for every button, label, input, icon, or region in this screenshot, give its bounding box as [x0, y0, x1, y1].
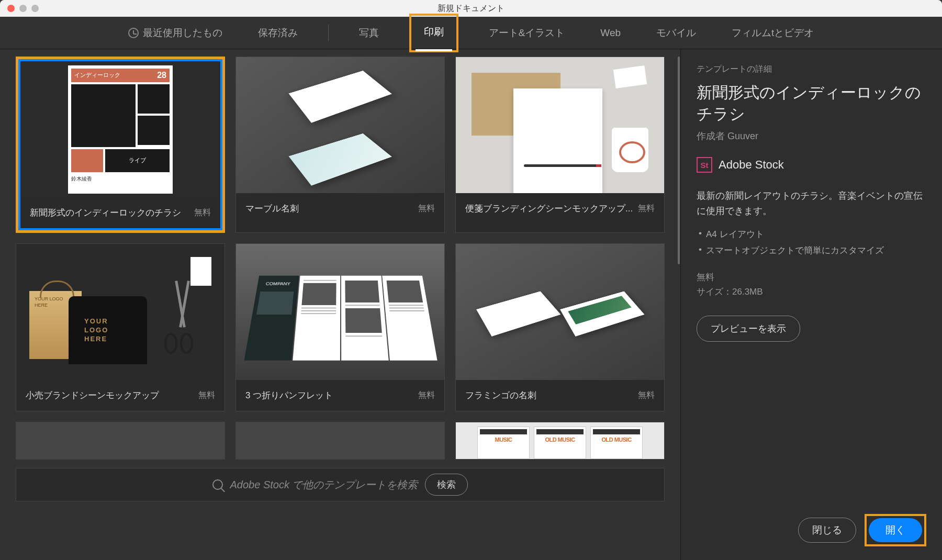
- tab-print[interactable]: 印刷: [409, 14, 458, 52]
- details-meta: 無料 サイズ：26.3MB: [697, 270, 926, 300]
- search-placeholder: Adobe Stock で他のテンプレートを検索: [230, 478, 418, 492]
- template-thumbnail: [456, 244, 664, 380]
- minimize-window-icon: [19, 5, 27, 12]
- template-thumbnail: YOUR LOGO HERE YOUR LOGO HERE: [16, 244, 225, 380]
- template-title: 新聞形式のインディーロックのチラシ: [30, 207, 181, 219]
- template-price: 無料: [198, 390, 215, 401]
- template-title: マーブル名刺: [245, 203, 299, 215]
- close-window-icon[interactable]: [7, 5, 15, 12]
- details-author: 作成者 Guuver: [697, 130, 926, 142]
- search-icon: [212, 479, 223, 490]
- template-card[interactable]: MUSIC OLD MUSIC OLD MUSIC: [455, 422, 665, 460]
- template-price: 無料: [194, 207, 211, 218]
- template-price: 無料: [638, 203, 655, 214]
- template-card[interactable]: フラミンゴの名刺 無料: [455, 243, 665, 411]
- open-button[interactable]: 開く: [869, 518, 922, 542]
- template-grid-row3: MUSIC OLD MUSIC OLD MUSIC: [16, 422, 665, 460]
- details-price: 無料: [697, 270, 926, 285]
- adobe-stock-label: Adobe Stock: [719, 158, 784, 172]
- details-title: 新聞形式のインディーロックのチラシ: [697, 82, 926, 125]
- poster-text: OLD MUSIC: [536, 436, 584, 443]
- template-thumbnail: [236, 422, 444, 459]
- preview-button[interactable]: プレビューを表示: [697, 316, 800, 342]
- template-card[interactable]: [16, 422, 225, 460]
- template-thumbnail: MUSIC OLD MUSIC OLD MUSIC: [456, 422, 664, 459]
- close-button[interactable]: 閉じる: [798, 518, 856, 543]
- maximize-window-icon: [31, 5, 39, 12]
- template-title: 3 つ折りパンフレット: [245, 389, 333, 401]
- window-title: 新規ドキュメント: [438, 3, 504, 14]
- template-card[interactable]: マーブル名刺 無料: [236, 57, 445, 233]
- clock-icon: [128, 28, 139, 38]
- details-features: A4 レイアウト スマートオブジェクトで簡単にカスタマイズ: [697, 226, 926, 259]
- template-price: 無料: [418, 390, 435, 401]
- template-card[interactable]: COMPANY 3 つ折りパンフレット 無料: [236, 243, 445, 411]
- company-text: COMPANY: [261, 278, 295, 289]
- search-button[interactable]: 検索: [425, 474, 468, 496]
- tab-mobile[interactable]: モバイル: [651, 19, 701, 47]
- flyer-header: インディーロック: [74, 71, 120, 79]
- template-card[interactable]: インディーロック28 ライブ 鈴木綾香 新聞形式のインディーロックのチラシ 無料: [16, 57, 225, 233]
- details-description: 最新の新聞レイアウトのチラシ。音楽イベントの宣伝に使用できます。: [697, 188, 926, 219]
- poster-text: OLD MUSIC: [593, 436, 640, 443]
- template-card[interactable]: [236, 422, 445, 460]
- template-thumbnail: [16, 422, 225, 459]
- template-details-sidebar: テンプレートの詳細 新聞形式のインディーロックのチラシ 作成者 Guuver S…: [680, 49, 942, 560]
- tab-saved[interactable]: 保存済み: [253, 19, 303, 47]
- tab-web[interactable]: Web: [595, 20, 626, 46]
- template-thumbnail: [236, 57, 444, 193]
- traffic-lights: [0, 5, 39, 12]
- scrollbar[interactable]: [678, 57, 680, 518]
- divider: [328, 25, 329, 41]
- feature-item: A4 レイアウト: [697, 226, 926, 242]
- template-title: フラミンゴの名刺: [465, 389, 536, 401]
- logo-text: YOUR LOGO HERE: [69, 296, 147, 344]
- tab-art[interactable]: アート&イラスト: [484, 19, 570, 47]
- template-title: 便箋ブランディングシーンモックアップ...: [465, 203, 633, 215]
- open-button-highlight: 開く: [865, 514, 926, 546]
- details-size: サイズ：26.3MB: [697, 285, 926, 300]
- titlebar: 新規ドキュメント: [0, 0, 942, 17]
- details-header: テンプレートの詳細: [697, 64, 926, 75]
- main: インディーロック28 ライブ 鈴木綾香 新聞形式のインディーロックのチラシ 無料: [0, 49, 942, 560]
- template-thumbnail: [456, 57, 664, 193]
- template-title: 小売ブランドシーンモックアップ: [26, 389, 159, 401]
- adobe-stock-link[interactable]: St Adobe Stock: [697, 157, 926, 173]
- flyer-num: 28: [157, 71, 166, 80]
- flyer-live: ライブ: [105, 149, 170, 172]
- template-price: 無料: [418, 203, 435, 214]
- poster-text: MUSIC: [480, 436, 527, 443]
- flyer-name: 鈴木綾香: [71, 175, 170, 183]
- template-price: 無料: [638, 390, 655, 401]
- tab-photo[interactable]: 写真: [354, 19, 384, 47]
- tab-label: 最近使用したもの: [143, 26, 222, 40]
- adobe-stock-icon: St: [697, 157, 712, 173]
- adobe-stock-search[interactable]: Adobe Stock で他のテンプレートを検索 検索: [16, 468, 665, 501]
- template-thumbnail: インディーロック28 ライブ 鈴木綾香: [20, 61, 220, 197]
- tab-film[interactable]: フィルムtとビデオ: [726, 19, 819, 47]
- template-grid-area: インディーロック28 ライブ 鈴木綾香 新聞形式のインディーロックのチラシ 無料: [0, 49, 680, 560]
- template-grid: インディーロック28 ライブ 鈴木綾香 新聞形式のインディーロックのチラシ 無料: [16, 57, 665, 411]
- dialog-buttons: 閉じる 開く: [798, 514, 926, 546]
- category-tabs: 最近使用したもの 保存済み 写真 印刷 アート&イラスト Web モバイル フィ…: [0, 17, 942, 49]
- template-card[interactable]: YOUR LOGO HERE YOUR LOGO HERE 小売ブランドシーンモ…: [16, 243, 225, 411]
- template-thumbnail: COMPANY: [236, 244, 444, 380]
- template-card[interactable]: 便箋ブランディングシーンモックアップ... 無料: [455, 57, 665, 233]
- feature-item: スマートオブジェクトで簡単にカスタマイズ: [697, 242, 926, 259]
- tab-recent[interactable]: 最近使用したもの: [123, 19, 228, 47]
